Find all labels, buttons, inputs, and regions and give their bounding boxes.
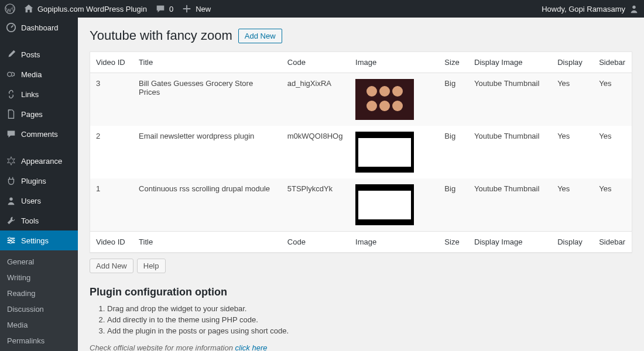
svg-point-10 [9,242,12,244]
settings-submenu: General Writing Reading Discussion Media… [0,250,78,351]
menu-links[interactable]: Links [0,84,78,104]
svg-point-8 [9,238,11,240]
table-row[interactable]: 3Bill Gates Guesses Grocery Store Prices… [90,73,632,126]
wp-logo[interactable] [5,4,15,14]
menu-appearance[interactable]: Appearance [0,151,78,171]
table-row[interactable]: 1Continuous rss scrolling drupal module5… [90,178,632,231]
cell-size: Big [439,73,468,126]
howdy-text: Howdy, Gopi Ramasamy [542,5,625,13]
th-code[interactable]: Code [282,52,350,73]
config-list: Drag and drop the widget to your sidebar… [90,304,632,335]
th-image[interactable]: Image [350,52,439,73]
th-display[interactable]: Display [551,52,593,73]
menu-plugins[interactable]: Plugins [0,171,78,191]
videos-table: Video ID Title Code Image Size Display I… [90,51,632,253]
cell-title: Bill Gates Guesses Grocery Store Prices [133,73,282,126]
cell-sidebar: Yes [593,178,632,231]
menu-media[interactable]: Media [0,64,78,84]
cell-title: Email newsletter wordpress plugin [133,126,282,178]
config-heading: Plugin configuration option [90,286,632,298]
submenu-youtube-fancy-zoom[interactable]: Youtube fancy zoom [0,349,78,351]
submenu-writing[interactable]: Writing [0,270,78,285]
tf-sidebar[interactable]: Sidebar [593,231,632,252]
th-video-id[interactable]: Video ID [90,52,133,73]
submenu-permalinks[interactable]: Permalinks [0,333,78,349]
cell-size: Big [439,126,468,178]
cell-video-id: 1 [90,178,133,231]
submenu-reading[interactable]: Reading [0,285,78,301]
cell-display-image: Youtube Thumbnail [468,73,551,126]
add-new-top-button[interactable]: Add New [238,29,282,43]
tf-image[interactable]: Image [350,231,439,252]
comments-count: 0 [169,5,173,13]
submenu-general[interactable]: General [0,254,78,270]
menu-tools[interactable]: Tools [0,211,78,230]
cell-title: Continuous rss scrolling drupal module [133,178,282,231]
cell-display: Yes [551,126,593,178]
cell-image [350,73,439,126]
tf-display[interactable]: Display [551,231,593,252]
svg-point-1 [632,6,635,9]
th-size[interactable]: Size [439,52,468,73]
video-thumbnail [355,184,414,225]
site-link[interactable]: Gopiplus.com WordPress Plugin [23,4,147,14]
menu-settings[interactable]: Settings [0,230,78,250]
menu-users[interactable]: Users [0,191,78,211]
main-content: Youtube with fancy zoom Add New Video ID… [78,18,644,351]
tf-code[interactable]: Code [282,231,350,252]
submenu-media[interactable]: Media [0,317,78,333]
new-link[interactable]: New [181,4,211,14]
cell-display-image: Youtube Thumbnail [468,126,551,178]
menu-dashboard[interactable]: Dashboard [0,18,78,37]
svg-point-9 [12,239,14,242]
config-list-item: Add the plugin in the posts or pages usi… [107,326,632,335]
svg-point-3 [8,72,12,76]
cell-code: m0kWQOI8HOg [282,126,350,178]
admin-sidebar: Dashboard Posts Media Links Pages Commen… [0,18,78,351]
cell-image [350,178,439,231]
submenu-discussion[interactable]: Discussion [0,301,78,317]
help-button[interactable]: Help [137,259,166,273]
menu-posts[interactable]: Posts [0,44,78,64]
cell-sidebar: Yes [593,73,632,126]
tf-video-id[interactable]: Video ID [90,231,133,252]
th-display-image[interactable]: Display Image [468,52,551,73]
th-sidebar[interactable]: Sidebar [593,52,632,73]
cell-display: Yes [551,73,593,126]
admin-bar: Gopiplus.com WordPress Plugin 0 New Howd… [0,0,644,18]
table-row[interactable]: 2Email newsletter wordpress pluginm0kWQO… [90,126,632,178]
config-list-item: Drag and drop the widget to your sidebar… [107,304,632,313]
click-here-link[interactable]: click here [235,343,268,351]
tf-display-image[interactable]: Display Image [468,231,551,252]
video-thumbnail [355,79,414,120]
site-title: Gopiplus.com WordPress Plugin [37,5,147,13]
cell-video-id: 2 [90,126,133,178]
video-thumbnail [355,132,414,173]
th-title[interactable]: Title [133,52,282,73]
cell-video-id: 3 [90,73,133,126]
config-list-item: Add directly in to the theme using PHP c… [107,315,632,324]
comments-link[interactable]: 0 [155,4,173,14]
cell-display: Yes [551,178,593,231]
new-label: New [196,5,211,13]
tf-size[interactable]: Size [439,231,468,252]
cell-size: Big [439,178,468,231]
cell-display-image: Youtube Thumbnail [468,178,551,231]
menu-pages[interactable]: Pages [0,104,78,124]
menu-comments[interactable]: Comments [0,124,78,144]
page-title: Youtube with fancy zoom [90,28,232,43]
info-line: Check official website for more informat… [90,343,632,351]
svg-point-4 [9,198,12,201]
my-account[interactable]: Howdy, Gopi Ramasamy [542,4,639,14]
cell-sidebar: Yes [593,126,632,178]
add-new-button[interactable]: Add New [90,259,133,273]
tf-title[interactable]: Title [133,231,282,252]
cell-code: ad_higXixRA [282,73,350,126]
cell-image [350,126,439,178]
cell-code: 5TSPlykcdYk [282,178,350,231]
